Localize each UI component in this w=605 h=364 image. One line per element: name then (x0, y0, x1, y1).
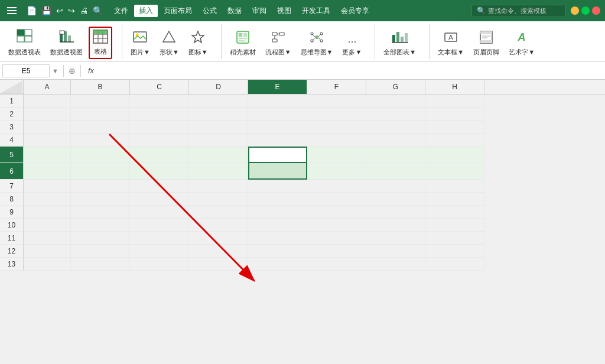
cell-e6[interactable] (248, 163, 307, 180)
cell-c7[interactable] (130, 180, 189, 193)
cell-h6[interactable] (425, 163, 484, 180)
cell-g3[interactable] (366, 121, 425, 134)
table-button[interactable]: 表格 (89, 27, 112, 59)
tab-review[interactable]: 审阅 (248, 5, 271, 17)
cell-a7[interactable] (24, 180, 71, 193)
cell-f6[interactable] (307, 163, 366, 180)
cell-a13[interactable] (24, 258, 71, 271)
col-header-b[interactable]: B (71, 80, 130, 94)
cell-d7[interactable] (189, 180, 248, 193)
cell-e8[interactable] (248, 193, 307, 206)
cell-g2[interactable] (366, 108, 425, 121)
cell-c1[interactable] (130, 95, 189, 108)
icon-button[interactable]: 图标▼ (185, 28, 212, 59)
cell-c4[interactable] (130, 134, 189, 147)
cell-d8[interactable] (189, 193, 248, 206)
cell-g1[interactable] (366, 95, 425, 108)
picture-button[interactable]: 图片▼ (127, 28, 154, 59)
cell-a10[interactable] (24, 219, 71, 232)
row-header-7[interactable]: 7 (0, 180, 24, 193)
cell-g4[interactable] (366, 134, 425, 147)
cell-b7[interactable] (71, 180, 130, 193)
shape-button[interactable]: 形状▼ (156, 28, 183, 59)
pivot-chart-button[interactable]: 数据透视图 (47, 27, 86, 59)
flowchart-button[interactable]: 流程图▼ (262, 28, 295, 59)
cell-e11[interactable] (248, 232, 307, 245)
cell-c9[interactable] (130, 206, 189, 219)
cell-d5[interactable] (189, 147, 248, 163)
cell-a6[interactable] (24, 163, 71, 180)
cell-e5[interactable] (248, 147, 307, 163)
cell-f10[interactable] (307, 219, 366, 232)
cell-h13[interactable] (425, 258, 484, 271)
cell-a5[interactable] (24, 147, 71, 163)
art-text-button[interactable]: A 艺术字▼ (505, 28, 538, 59)
cell-g7[interactable] (366, 180, 425, 193)
tab-file[interactable]: 文件 (109, 5, 133, 17)
cell-d3[interactable] (189, 121, 248, 134)
cell-h11[interactable] (425, 232, 484, 245)
cell-g12[interactable] (366, 245, 425, 258)
row-header-4[interactable]: 4 (0, 134, 24, 147)
close-button[interactable] (592, 6, 600, 15)
cell-h10[interactable] (425, 219, 484, 232)
cell-a9[interactable] (24, 206, 71, 219)
col-header-e[interactable]: E (248, 80, 307, 94)
row-header-13[interactable]: 13 (0, 258, 24, 271)
cell-h7[interactable] (425, 180, 484, 193)
cell-e1[interactable] (248, 95, 307, 108)
cell-g8[interactable] (366, 193, 425, 206)
more-button[interactable]: ··· 更多▼ (339, 34, 365, 59)
cell-e9[interactable] (248, 206, 307, 219)
cell-f4[interactable] (307, 134, 366, 147)
cell-f5[interactable] (307, 147, 366, 163)
cell-b1[interactable] (71, 95, 130, 108)
col-header-c[interactable]: C (130, 80, 189, 94)
cell-d6[interactable] (189, 163, 248, 180)
cell-a1[interactable] (24, 95, 71, 108)
cell-c2[interactable] (130, 108, 189, 121)
cell-f12[interactable] (307, 245, 366, 258)
template-button[interactable]: 稻壳素材 (226, 28, 259, 59)
cell-b10[interactable] (71, 219, 130, 232)
cell-e2[interactable] (248, 108, 307, 121)
cell-h4[interactable] (425, 134, 484, 147)
col-header-h[interactable]: H (425, 80, 484, 94)
cell-b12[interactable] (71, 245, 130, 258)
hamburger-menu[interactable] (5, 5, 19, 17)
cell-f2[interactable] (307, 108, 366, 121)
cell-g10[interactable] (366, 219, 425, 232)
tab-insert[interactable]: 插入 (134, 5, 158, 17)
cell-d13[interactable] (189, 258, 248, 271)
cell-c5[interactable] (130, 147, 189, 163)
cell-h12[interactable] (425, 245, 484, 258)
minimize-button[interactable] (571, 6, 579, 15)
cell-c3[interactable] (130, 121, 189, 134)
pivot-table-button[interactable]: 数据透视表 (5, 27, 44, 59)
mindmap-button[interactable]: 思维导图▼ (297, 28, 337, 59)
row-header-11[interactable]: 11 (0, 232, 24, 245)
cell-g13[interactable] (366, 258, 425, 271)
cell-a12[interactable] (24, 245, 71, 258)
tab-view[interactable]: 视图 (272, 5, 296, 17)
save-icon[interactable]: 💾 (40, 5, 53, 17)
cell-a3[interactable] (24, 121, 71, 134)
cell-h5[interactable] (425, 147, 484, 163)
cell-c6[interactable] (130, 163, 189, 180)
cell-reference-box[interactable]: E5 (2, 64, 50, 77)
tab-formulas[interactable]: 公式 (198, 5, 222, 17)
cell-c10[interactable] (130, 219, 189, 232)
row-header-12[interactable]: 12 (0, 245, 24, 258)
cell-f8[interactable] (307, 193, 366, 206)
redo-icon[interactable]: ↪ (66, 5, 77, 17)
cell-f3[interactable] (307, 121, 366, 134)
cell-d9[interactable] (189, 206, 248, 219)
formula-input[interactable] (99, 67, 603, 75)
cell-g11[interactable] (366, 232, 425, 245)
cell-g9[interactable] (366, 206, 425, 219)
cell-h3[interactable] (425, 121, 484, 134)
cell-f11[interactable] (307, 232, 366, 245)
cell-f1[interactable] (307, 95, 366, 108)
cell-b4[interactable] (71, 134, 130, 147)
cell-a2[interactable] (24, 108, 71, 121)
